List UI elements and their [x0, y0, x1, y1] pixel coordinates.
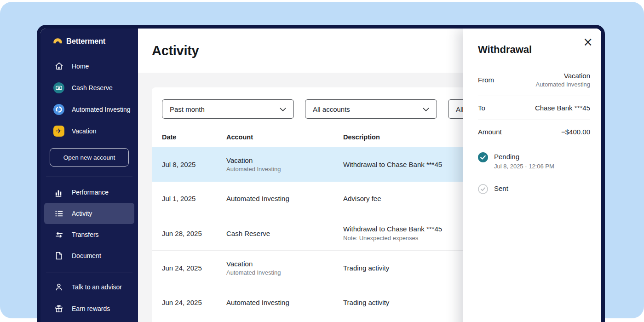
- sidebar-item-talk-to-advisor[interactable]: Talk to an advisor: [40, 276, 138, 298]
- amount-label: Amount: [478, 128, 502, 136]
- detail-row-from: From Vacation Automated Investing: [478, 64, 590, 96]
- sidebar-support-group: Talk to an advisor Earn rewards: [40, 276, 138, 319]
- status-timeline: Pending Jul 8, 2025 · 12:06 PM Sent: [478, 152, 590, 194]
- advisor-person-icon: [53, 282, 64, 293]
- sidebar-item-label: Automated Investing: [72, 106, 131, 113]
- sidebar-item-performance[interactable]: Performance: [44, 182, 134, 203]
- vacation-goal-icon: ✈: [53, 126, 64, 137]
- cell-date: Jul 1, 2025: [152, 182, 226, 216]
- withdrawal-detail-panel: × Withdrawal From Vacation Automated Inv…: [463, 29, 601, 322]
- sidebar-item-label: Vacation: [72, 127, 96, 135]
- cell-account: Automated Investing: [226, 285, 343, 320]
- account-name: Vacation: [226, 156, 343, 164]
- sidebar-item-document[interactable]: Document: [44, 245, 134, 266]
- performance-icon: [53, 187, 64, 198]
- close-icon[interactable]: ×: [583, 36, 593, 48]
- account-select-value: All accounts: [313, 105, 350, 113]
- date-range-select[interactable]: Past month: [162, 99, 294, 119]
- from-value: Vacation Automated Investing: [535, 72, 590, 88]
- sidebar-item-label: Activity: [72, 210, 92, 217]
- pending-timestamp: Jul 8, 2025 · 12:06 PM: [494, 163, 554, 170]
- from-label: From: [478, 76, 494, 84]
- timeline-item-pending: Pending Jul 8, 2025 · 12:06 PM: [478, 152, 590, 170]
- cell-account: Vacation Automated Investing: [226, 147, 343, 182]
- sidebar-item-label: Performance: [72, 189, 109, 196]
- sidebar-divider: [46, 272, 132, 272]
- sidebar-item-label: Earn rewards: [72, 305, 110, 312]
- chevron-down-icon: [423, 105, 429, 113]
- sidebar-accounts-group: Home Cash Reserve Automated Investi: [40, 55, 138, 142]
- cell-account: Vacation Automated Investing: [226, 251, 343, 285]
- column-header-account: Account: [226, 127, 343, 147]
- sidebar-item-transfers[interactable]: Transfers: [44, 224, 134, 245]
- sidebar-item-label: Document: [72, 252, 101, 259]
- account-select[interactable]: All accounts: [305, 99, 437, 119]
- activity-list-icon: [53, 208, 64, 219]
- account-subtype: Automated Investing: [226, 166, 343, 172]
- sidebar-item-label: Talk to an advisor: [72, 283, 122, 291]
- sidebar: Betterment Home: [40, 29, 138, 322]
- to-value: Chase Bank ***45: [535, 104, 590, 112]
- cash-reserve-icon: [53, 82, 64, 93]
- transfers-icon: [53, 229, 64, 240]
- open-new-account-button[interactable]: Open new account: [50, 148, 129, 167]
- detail-row-to: To Chase Bank ***45: [478, 96, 590, 120]
- sidebar-item-home[interactable]: Home: [40, 55, 138, 77]
- sidebar-item-label: Transfers: [72, 231, 99, 238]
- chevron-down-icon: [280, 105, 286, 113]
- sidebar-item-cash-reserve[interactable]: Cash Reserve: [40, 77, 138, 98]
- column-header-date: Date: [152, 127, 226, 147]
- detail-row-amount: Amount −$400.00: [478, 120, 590, 144]
- from-account-subtype: Automated Investing: [535, 81, 590, 88]
- timeline-text: Sent: [494, 184, 508, 192]
- main-content: Activity Past month All accounts All: [138, 29, 601, 322]
- sidebar-divider: [46, 177, 132, 177]
- account-subtype: Automated Investing: [226, 269, 343, 276]
- from-account: Vacation: [535, 72, 590, 80]
- cell-account: Cash Reserve: [226, 216, 343, 251]
- app-window: Betterment Home: [37, 25, 605, 322]
- betterment-logo-icon: [52, 35, 63, 47]
- timeline-item-sent: Sent: [478, 184, 590, 194]
- timeline-text: Pending Jul 8, 2025 · 12:06 PM: [494, 152, 554, 170]
- check-circle-outline-icon: [478, 184, 488, 194]
- account-name: Vacation: [226, 260, 343, 268]
- automated-investing-icon: [53, 104, 64, 115]
- logo-wordmark: Betterment: [66, 37, 105, 46]
- home-icon: [53, 61, 64, 72]
- betterment-logo: Betterment: [40, 29, 138, 46]
- sidebar-item-label: Home: [72, 63, 89, 70]
- type-select-value: All: [456, 105, 464, 113]
- sidebar-item-vacation[interactable]: ✈ Vacation: [40, 120, 138, 142]
- sidebar-item-earn-rewards[interactable]: Earn rewards: [40, 298, 138, 319]
- panel-title: Withdrawal: [478, 44, 590, 56]
- sidebar-item-activity[interactable]: Activity: [44, 203, 134, 224]
- check-circle-filled-icon: [478, 152, 488, 162]
- cell-date: Jun 28, 2025: [152, 216, 226, 251]
- sidebar-item-automated-investing[interactable]: Automated Investing: [40, 98, 138, 120]
- sent-label: Sent: [494, 184, 508, 192]
- document-icon: [53, 250, 64, 261]
- cell-account: Automated Investing: [226, 182, 343, 216]
- cell-date: Jun 24, 2025: [152, 285, 226, 320]
- sidebar-activity-group: Performance Activity: [40, 182, 138, 266]
- page-title: Activity: [152, 43, 199, 58]
- amount-value: −$400.00: [561, 128, 590, 136]
- pending-label: Pending: [494, 152, 554, 161]
- gift-icon: [53, 303, 64, 314]
- to-label: To: [478, 104, 485, 112]
- cell-date: Jun 24, 2025: [152, 251, 226, 285]
- sidebar-item-label: Cash Reserve: [72, 84, 113, 92]
- date-range-value: Past month: [170, 105, 205, 113]
- cell-date: Jul 8, 2025: [152, 147, 226, 182]
